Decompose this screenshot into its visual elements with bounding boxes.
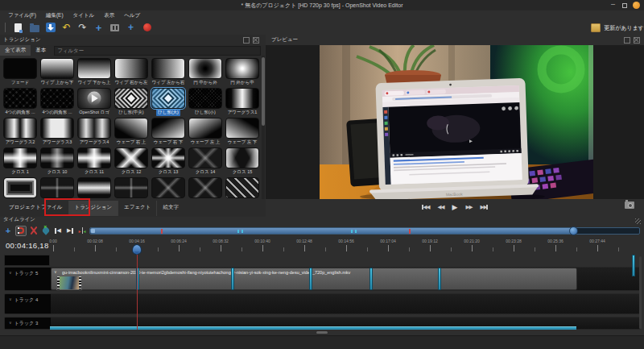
razor-icon[interactable] (29, 226, 39, 236)
transition-item[interactable]: OpenShot ロゴ (76, 88, 113, 118)
chevron-down-icon[interactable]: ∨ (9, 320, 12, 329)
transition-item[interactable]: クロス 1 (2, 147, 39, 177)
undo-icon[interactable]: ↶ (61, 23, 72, 33)
jump-end-button[interactable]: ▶▶ (480, 204, 488, 210)
add-track-icon[interactable]: + (3, 226, 13, 236)
next-marker-icon[interactable]: ▶ (65, 226, 75, 236)
minimize-button[interactable]: – (611, 2, 617, 8)
save-project-icon[interactable] (45, 23, 56, 33)
transitions-scrollbar[interactable] (262, 56, 265, 199)
transition-item[interactable] (187, 177, 224, 199)
zoom-slider-range[interactable] (90, 228, 573, 234)
transition-item[interactable]: ワイプ 右から左 (113, 58, 150, 88)
splitter-handle[interactable] (316, 331, 328, 334)
transition-item[interactable]: ウェーブ 右 下 (150, 118, 187, 147)
transition-item[interactable]: クロス 15 (224, 147, 261, 177)
transition-item[interactable]: アワーグラス4 (76, 118, 113, 147)
transition-item[interactable] (2, 177, 39, 199)
transition-item[interactable]: クロス 14 (187, 147, 224, 177)
transition-item[interactable] (39, 177, 76, 199)
clip-transition-marker[interactable] (369, 268, 373, 290)
tab-エフェクト[interactable]: エフェクト (118, 201, 157, 216)
jump-start-button[interactable]: ◀◀ (422, 204, 430, 210)
transition-item[interactable]: ウェーブ 左 下 (224, 118, 261, 147)
tab-show-all[interactable]: 全て表示 (0, 45, 31, 56)
transition-item[interactable]: ひし形(小) (187, 88, 224, 118)
tab-common[interactable]: 基本 (31, 45, 51, 56)
maximize-button[interactable] (622, 3, 627, 8)
transition-item[interactable] (113, 177, 150, 199)
menu-item[interactable]: 編集(E) (46, 12, 64, 19)
capture-frame-icon[interactable] (625, 202, 634, 209)
transition-item[interactable]: 4つの四角形 ... (2, 88, 39, 118)
transition-item[interactable]: ウェーブ 右 上 (113, 118, 150, 147)
timeline-zoom-slider[interactable] (89, 227, 640, 235)
transition-item[interactable]: クロス 12 (113, 147, 150, 177)
track-header[interactable]: ∨トラック 5 (5, 268, 51, 290)
zoom-slider-handle[interactable] (569, 226, 578, 235)
choose-profile-icon[interactable] (109, 23, 120, 33)
playhead[interactable] (132, 244, 142, 255)
transition-item[interactable]: ひし形(大) (150, 88, 187, 118)
import-files-icon[interactable]: + (93, 23, 104, 33)
transition-item[interactable]: フェード (2, 58, 39, 88)
toolbar-handle[interactable] (5, 23, 6, 32)
transition-item[interactable]: ひし形(中央) (113, 88, 150, 118)
resize-grip-icon[interactable] (635, 218, 641, 224)
menu-item[interactable]: ファイル(F) (8, 12, 36, 19)
menu-item[interactable]: タイトル (73, 12, 95, 19)
transition-item[interactable]: アワーグラス3 (39, 118, 76, 147)
clip-transition-marker[interactable] (438, 268, 441, 290)
transition-item[interactable]: 4つの四角形 ... (39, 88, 76, 118)
transition-item[interactable]: アワーグラス1 (224, 88, 261, 118)
zoom-slider-left-handle[interactable] (91, 229, 95, 233)
chevron-down-icon[interactable]: ∨ (9, 270, 12, 290)
transition-item[interactable]: クロス 11 (76, 147, 113, 177)
previous-marker-icon[interactable]: ◀ (53, 226, 63, 236)
transition-marker[interactable] (632, 255, 635, 276)
timeline-scrollbar[interactable] (639, 256, 642, 329)
transition-item[interactable]: クロス 10 (39, 147, 76, 177)
center-playhead-icon[interactable]: ▸◂ (77, 226, 87, 236)
transition-item[interactable]: ワイプ 上から下 (39, 58, 76, 88)
transition-item[interactable] (76, 177, 113, 199)
open-project-icon[interactable] (29, 23, 39, 33)
filter-input[interactable] (54, 46, 261, 56)
menu-item[interactable]: 表示 (104, 12, 114, 19)
track-header[interactable]: ∨トラック 4 (5, 294, 51, 314)
track-header[interactable]: ∨トラック 3 (5, 318, 51, 329)
snapping-icon[interactable] (15, 226, 27, 236)
audio-clip-bar[interactable] (50, 326, 576, 330)
transition-item[interactable]: ウェーブ 左 上 (187, 118, 224, 147)
transition-item[interactable]: 円 中から外 (187, 58, 224, 88)
chevron-down-icon[interactable]: ∨ (54, 269, 57, 274)
transition-item[interactable]: 円 外から中 (224, 58, 261, 88)
play-button[interactable]: ▶ (452, 203, 458, 211)
close-panel-icon[interactable] (634, 37, 640, 44)
fullscreen-icon[interactable]: + (126, 23, 136, 33)
scrollbar-thumb[interactable] (262, 57, 265, 126)
redo-icon[interactable]: ↷ (77, 23, 88, 33)
update-available-badge[interactable]: 更新があります (591, 23, 644, 32)
float-panel-icon[interactable] (243, 37, 250, 44)
new-project-icon[interactable] (13, 23, 23, 33)
float-panel-icon[interactable] (624, 37, 630, 44)
transition-item[interactable]: クロス 13 (150, 147, 187, 177)
video-clip[interactable]: ∨gu-imacbooknilinuxmint-cinnamon-2010-te… (51, 268, 577, 290)
transition-item[interactable] (150, 177, 187, 199)
chevron-down-icon[interactable]: ∨ (9, 297, 12, 314)
transition-item[interactable]: アワーグラス2 (2, 118, 39, 147)
export-video-icon[interactable] (142, 23, 152, 33)
add-marker-icon[interactable]: + (41, 226, 51, 236)
transition-item[interactable]: ワイプ 下から上 (76, 58, 113, 88)
transition-item[interactable]: ワイプ 左から右 (150, 58, 187, 88)
menu-item[interactable]: ヘルプ (124, 12, 140, 19)
transition-item[interactable] (224, 177, 261, 199)
close-panel-icon[interactable] (253, 37, 259, 44)
tab-絵文字[interactable]: 絵文字 (157, 201, 184, 216)
rewind-button[interactable]: ◀◀ (438, 204, 444, 210)
clip-transition-marker[interactable] (309, 268, 312, 290)
fast-forward-button[interactable]: ▶▶ (465, 204, 472, 210)
close-button[interactable] (633, 2, 640, 9)
clip-transition-marker[interactable] (231, 268, 234, 290)
